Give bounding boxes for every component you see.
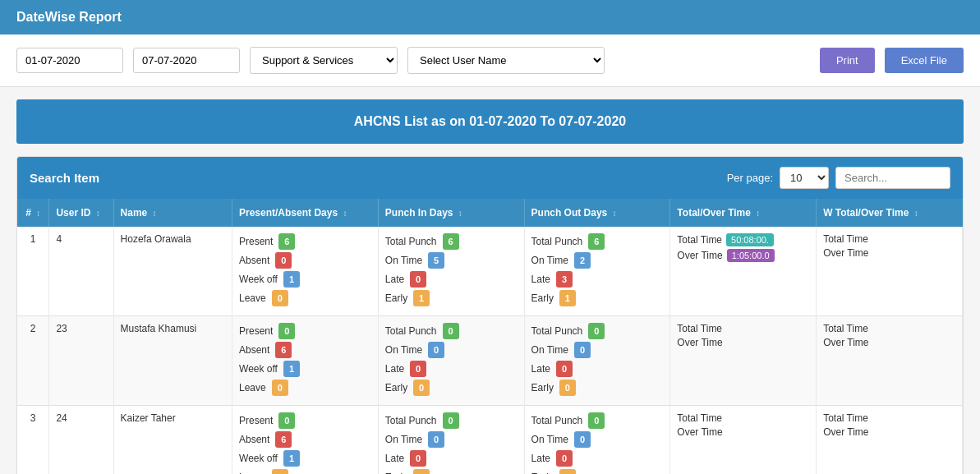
w-total-time-label: Total Time [823, 412, 868, 424]
department-select[interactable]: Support & Services All Departments [250, 47, 398, 74]
page-header: DateWise Report [0, 0, 980, 35]
cell-present: Present6Absent0Week off1Leave0 [239, 233, 371, 306]
cell-total: Total Time 50:08:00. Over Time 1:05:00.0 [677, 233, 809, 262]
search-item-label: Search Item [30, 171, 99, 185]
report-title-text: AHCNS List as on 01-07-2020 To 07-07-202… [354, 114, 626, 128]
controls-bar: Support & Services All Departments Selec… [0, 35, 980, 87]
per-page-select[interactable]: 10 25 50 100 [780, 167, 829, 189]
over-time-badge: 1:05:00.0 [727, 249, 775, 262]
cell-userid: 23 [56, 323, 67, 334]
search-input[interactable] [835, 167, 950, 189]
col-header-name: Name ↕ [113, 199, 232, 227]
total-time-label: Total Time [677, 323, 722, 334]
w-total-time-label: Total Time [823, 323, 868, 334]
cell-num: 3 [30, 412, 36, 424]
cell-userid: 24 [56, 412, 67, 424]
col-header-num: # ↕ [17, 199, 49, 227]
cell-name: Mustafa Khamusi [121, 323, 197, 334]
cell-total: Total Time Over Time [677, 323, 809, 348]
cell-punchout: Total Punch0On Time0Late0Early0 [531, 323, 664, 396]
cell-punchout: Total Punch6On Time2Late3Early1 [531, 233, 664, 306]
excel-button[interactable]: Excel File [885, 48, 964, 73]
col-header-present: Present/Absent Days ↕ [232, 199, 379, 227]
per-page-label: Per page: [727, 172, 773, 184]
date-from-input[interactable] [16, 48, 123, 73]
table-row: 223Mustafa KhamusiPresent0Absent6Week of… [17, 316, 963, 406]
cell-present: Present0Absent6Week off1Leave0 [239, 412, 371, 474]
page-title: DateWise Report [16, 10, 122, 24]
w-over-time-label: Over Time [823, 247, 868, 259]
cell-name: Kaizer Taher [121, 412, 176, 424]
cell-userid: 4 [56, 233, 62, 245]
cell-wtotal: Total Time Over Time [823, 412, 955, 438]
cell-punchout: Total Punch0On Time0Late0Early0 [531, 412, 664, 474]
cell-punchin: Total Punch0On Time0Late0Early0 [385, 323, 518, 396]
cell-num: 1 [30, 233, 36, 245]
cell-wtotal: Total Time Over Time [823, 323, 955, 348]
table-row: 14Hozefa OrawalaPresent6Absent0Week off1… [17, 227, 963, 316]
col-header-userid: User ID ↕ [49, 199, 113, 227]
w-over-time-label: Over Time [823, 426, 868, 438]
col-header-punchin: Punch In Days ↕ [378, 199, 524, 227]
cell-total: Total Time Over Time [677, 412, 809, 438]
cell-wtotal: Total Time Over Time [823, 233, 955, 259]
user-select[interactable]: Select User Name [407, 47, 605, 74]
date-to-input[interactable] [133, 48, 240, 73]
print-button[interactable]: Print [820, 48, 875, 73]
col-header-total: Total/Over Time ↕ [670, 199, 817, 227]
report-title-bar: AHCNS List as on 01-07-2020 To 07-07-202… [16, 99, 964, 144]
total-time-label: Total Time [677, 412, 722, 424]
cell-name: Hozefa Orawala [121, 233, 191, 245]
per-page-area: Per page: 10 25 50 100 [727, 167, 950, 189]
cell-num: 2 [30, 323, 36, 334]
w-total-time-label: Total Time [823, 233, 868, 245]
table-row: 324Kaizer TaherPresent0Absent6Week off1L… [17, 406, 963, 475]
main-table: # ↕ User ID ↕ Name ↕ Present/Absent Days… [17, 199, 963, 474]
cell-punchin: Total Punch0On Time0Late0Early0 [385, 412, 518, 474]
cell-punchin: Total Punch6On Time5Late0Early1 [385, 233, 518, 306]
cell-present: Present0Absent6Week off1Leave0 [239, 323, 371, 396]
table-header-bar: Search Item Per page: 10 25 50 100 [17, 157, 963, 199]
col-header-punchout: Punch Out Days ↕ [524, 199, 670, 227]
w-over-time-label: Over Time [823, 337, 868, 348]
col-header-wtotal: W Total/Over Time ↕ [817, 199, 963, 227]
over-time-label: Over Time [677, 337, 722, 348]
table-container: Search Item Per page: 10 25 50 100 # ↕ U… [16, 156, 964, 474]
total-time-badge: 50:08:00. [726, 233, 774, 246]
over-time-label: Over Time [677, 426, 722, 438]
